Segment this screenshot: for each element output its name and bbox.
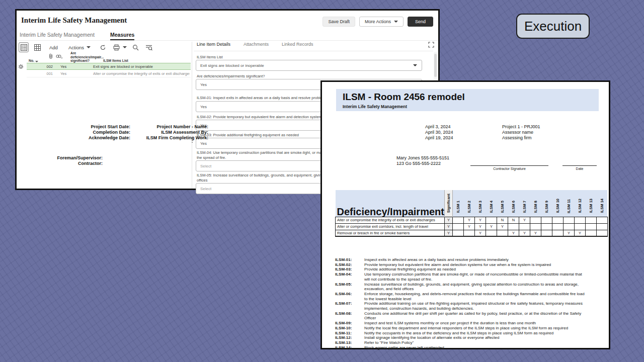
column-significant[interactable]: Are deficiencies/impair... significant? [70,51,104,62]
col-ilsm-5: ILSM 5 [500,199,505,214]
matrix-cell [585,230,596,236]
deficiency-label: Alter or compromise exit corridors, incl… [336,223,445,230]
definition-code: ILSM-01: [335,257,358,262]
select-placeholder: Select [200,187,211,191]
definition-text: Provide temporary but equivalent fire al… [358,262,587,267]
gear-icon[interactable] [18,64,24,69]
definition-code: ILSM-10: [335,326,358,331]
definition-text: Enforce storage, housekeeping, and debri… [358,292,587,301]
desktop: { "execution_badge": { "label": "Executi… [0,0,644,362]
column-ilsm-items-list[interactable]: ILSM Items List [103,59,128,62]
matrix-cell [596,230,607,236]
expand-panel-icon[interactable] [428,42,434,48]
info-value: April 19, 2024 [425,135,453,140]
execution-phase-badge: Execution [516,14,590,39]
significant-cell: Y [444,223,452,230]
print-icon[interactable] [111,42,121,52]
cell-no: 001 [38,71,53,76]
panel-splitter[interactable] [192,42,192,189]
matrix-cell: Y [497,223,508,230]
matrix-cell: Y [563,230,574,236]
definition-item: ILSM-04:Use temporary construction parti… [335,272,587,282]
column-no[interactable]: No. [29,59,38,62]
cell-ilsm-item: Alter or compromise the integrity of exi… [93,71,190,76]
col-ilsm-3: ILSM 3 [478,199,482,214]
definition-text: Install signage identifying the location… [358,335,587,340]
definition-item: ILSM-06:Enforce storage, housekeeping, a… [335,292,587,301]
matrix-title: Deficiency/Impairment [336,190,445,217]
tab-line-item-details[interactable]: Line Item Details [197,42,230,51]
matrix-cell [530,217,541,223]
matrix-cell [596,223,607,230]
info-value: April 3, 2024 [425,124,451,129]
no-header-label: No. [29,59,34,62]
matrix-cell: Y [530,230,541,236]
input-value: Yes [200,82,207,87]
definition-text: Inspect and test ILSM systems monthly or… [358,321,587,326]
tab-interim-life-safety-management[interactable]: Interim Life Safety Management [20,32,95,38]
date-line: Date [562,165,597,170]
matrix-cell: Y [519,230,530,236]
col-ilsm-4: ILSM 4 [489,199,494,214]
document-banner: ILSM - Room 2456 remodel Interim Life Sa… [336,89,599,111]
matrix-cell: Y [574,230,585,236]
form-view-icon[interactable] [19,42,29,52]
print-options-chevron-icon[interactable] [123,46,127,48]
refresh-icon[interactable] [98,42,108,52]
matrix-cell [574,217,585,223]
definition-item: ILSM-08:Conducts one additional fire dri… [335,311,587,321]
dropdown-value: Exit signs are blocked or inoperable [200,63,264,68]
chevron-down-icon [413,64,417,66]
definition-code: ILSM-08: [335,311,358,321]
matrix-cell [508,223,519,230]
contact-label: Foreman/Supervisor: [57,155,103,160]
matrix-cell: N [508,217,519,223]
definition-text: Block egress paths are never left unatte… [358,345,587,350]
link-column-icon[interactable] [56,51,63,62]
info-value: Project 1 - PRJ001 [502,124,540,129]
actions-menu-button[interactable]: Actions [65,45,94,50]
matrix-cell [552,217,563,223]
definition-item: ILSM-09:Inspect and test ILSM systems mo… [335,321,587,326]
attachment-column-icon[interactable] [49,50,53,62]
tab-attachments[interactable]: Attachments [244,42,269,51]
matrix-cell [486,217,497,223]
more-actions-button[interactable]: More Actions [359,17,404,27]
table-row[interactable]: 002 Yes Exit signs are blocked or inoper… [27,63,191,70]
info-value: Assessing firm [502,135,532,140]
scrollbar-thumb[interactable] [434,54,437,77]
more-actions-label: More Actions [365,19,391,24]
definition-item: ILSM-01:Inspect exits in affected areas … [335,257,587,262]
input-value: Yes [200,141,207,146]
definition-item: ILSM-05:Increase surveillance of buildin… [335,282,587,292]
matrix-cell: N [497,217,508,223]
definition-text: Provide additional firefighting equipmen… [358,267,587,272]
tab-linked-records[interactable]: Linked Records [282,42,313,51]
matrix-cell [497,230,508,236]
col-ilsm-10: ILSM 10 [555,197,560,214]
matrix-cell: Y [474,230,486,236]
definition-item: ILSM-11:Notify the occupants in the area… [335,331,587,336]
matrix-cell [541,230,552,236]
ilsm-items-list-dropdown[interactable]: Exit signs are blocked or inoperable [196,60,422,71]
col-ilsm-7: ILSM 7 [522,199,527,214]
search-icon[interactable] [130,42,140,52]
matrix-cell [452,223,463,230]
add-button[interactable]: Add [46,45,61,50]
grid-view-icon[interactable] [32,42,42,52]
matrix-cell [519,223,530,230]
send-button[interactable]: Send [408,17,433,27]
search-rows-icon[interactable] [144,42,154,52]
deficiency-label: Removal or breach in fire or smoke barri… [336,230,445,236]
table-row[interactable]: 001 Yes Alter or compromise the integrit… [27,70,191,77]
tab-measures[interactable]: Measures [110,32,134,40]
save-draft-button[interactable]: Save Draft [323,17,355,27]
definition-code: ILSM-03: [335,267,358,272]
cell-no: 002 [38,64,53,69]
page-title: Interim Life Safety Management [21,16,127,25]
panel-divider [194,51,433,51]
definition-code: ILSM-06: [335,292,358,301]
deficiency-matrix-table: Deficiency/Impairment Significant ILSM 1… [335,190,608,237]
definition-item: ILSM-03:Provide additional firefighting … [335,267,587,272]
info-label: ILSM Assessment By: [161,130,208,135]
